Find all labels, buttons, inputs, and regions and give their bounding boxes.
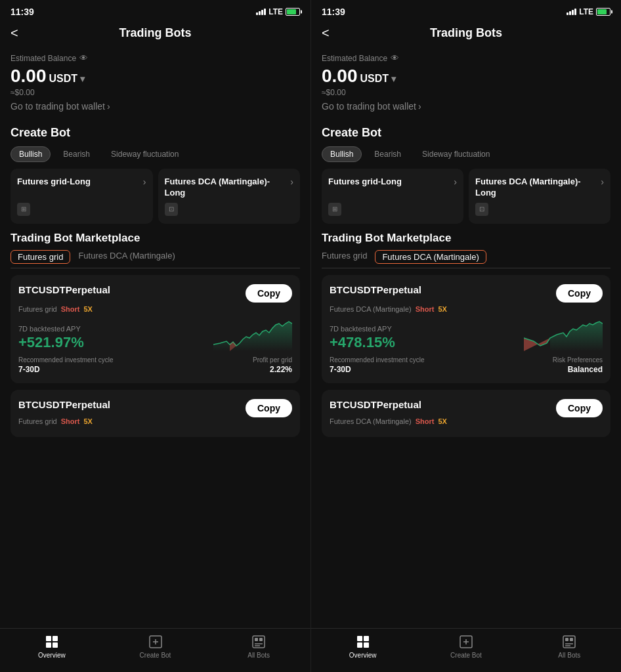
- nav-allbots-right[interactable]: All Bots: [518, 634, 621, 659]
- balance-usd-left: ≈$0.00: [11, 88, 300, 97]
- battery-left: [286, 8, 300, 16]
- svg-rect-17: [364, 636, 369, 641]
- create-bot-section-right: Create Bot Bullish Bearish Sideway fluct…: [322, 126, 610, 224]
- bottom-nav-left: Overview Create Bot: [0, 628, 310, 672]
- trading-card-2-left: BTCUSDTPerpetual Copy Futures grid Short…: [11, 390, 300, 437]
- status-bar-right: 11:39 LTE: [311, 0, 621, 21]
- page-title-left: Trading Bots: [119, 26, 191, 40]
- create-bot-title-right: Create Bot: [322, 126, 610, 140]
- trading-card-1-left: BTCUSDTPerpetual Copy Futures grid Short…: [11, 275, 300, 383]
- create-bot-icon-left: [148, 634, 163, 650]
- svg-rect-11: [259, 638, 263, 641]
- svg-rect-10: [255, 638, 258, 641]
- bot-card-dca-left[interactable]: Futures DCA (Martingale)-Long › ⊡: [158, 169, 301, 224]
- balance-label-left: Estimated Balance: [11, 54, 76, 63]
- filter-bullish-left[interactable]: Bullish: [11, 146, 51, 162]
- marketplace-section-left: Trading Bot Marketplace Futures grid Fut…: [11, 232, 300, 437]
- svg-rect-16: [357, 636, 362, 641]
- bot-card-grid-left[interactable]: Futures grid-Long › ⊞: [11, 169, 153, 224]
- filter-tabs-left: Bullish Bearish Sideway fluctuation: [11, 146, 300, 162]
- lte-right: LTE: [579, 7, 593, 16]
- filter-bearish-right[interactable]: Bearish: [366, 146, 410, 162]
- create-bot-section-left: Create Bot Bullish Bearish Sideway fluct…: [11, 126, 300, 224]
- bottom-nav-right: Overview Create Bot: [311, 628, 621, 672]
- tab-futures-grid-right[interactable]: Futures grid: [322, 250, 367, 264]
- nav-overview-label-right: Overview: [349, 652, 377, 659]
- all-bots-icon-right: [561, 634, 577, 650]
- marketplace-tabs-right: Futures grid Futures DCA (Martingale): [322, 250, 610, 268]
- svg-marker-15: [550, 322, 603, 351]
- svg-rect-19: [364, 642, 369, 648]
- status-icons-right: LTE: [567, 7, 610, 16]
- battery-right: [596, 8, 610, 16]
- balance-dropdown-left[interactable]: ▾: [80, 74, 85, 84]
- card2-title-left: BTCUSDTPerpetual: [18, 399, 110, 410]
- header-right: < Trading Bots: [311, 21, 621, 47]
- filter-sideway-right[interactable]: Sideway fluctuation: [414, 146, 498, 162]
- marketplace-title-right: Trading Bot Marketplace: [322, 232, 610, 245]
- grid-icon-right: [355, 634, 371, 650]
- time-right: 11:39: [322, 7, 345, 17]
- time-left: 11:39: [11, 7, 34, 17]
- balance-usd-right: ≈$0.00: [322, 88, 610, 97]
- apy-value-1-left: +521.97%: [18, 334, 213, 351]
- lte-left: LTE: [268, 7, 283, 16]
- balance-section-right: Estimated Balance 👁 0.00 USDT ▾ ≈$0.00 G…: [322, 47, 610, 117]
- marketplace-title-left: Trading Bot Marketplace: [11, 232, 300, 245]
- filter-bearish-left[interactable]: Bearish: [54, 146, 98, 162]
- tab-futures-dca-right[interactable]: Futures DCA (Martingale): [375, 250, 486, 264]
- right-phone-panel: 11:39 LTE < Trading Bots Estimated Balan…: [310, 0, 621, 672]
- apy-value-1-right: +478.15%: [330, 334, 524, 351]
- signal-right: [567, 9, 576, 15]
- filter-bullish-right[interactable]: Bullish: [322, 146, 362, 162]
- chart-1-left: [213, 318, 292, 351]
- content-left: Estimated Balance 👁 0.00 USDT ▾ ≈$0.00 G…: [0, 47, 310, 628]
- copy-btn-2-right[interactable]: Copy: [556, 399, 603, 417]
- status-bar-left: 11:39 LTE: [0, 0, 310, 21]
- bot-cards-right: Futures grid-Long › ⊞ Futures DCA (Marti…: [322, 169, 610, 224]
- back-button-left[interactable]: <: [11, 26, 18, 41]
- nav-overview-left[interactable]: Overview: [0, 634, 104, 659]
- nav-create-left[interactable]: Create Bot: [104, 634, 207, 659]
- card1-title-left: BTCUSDTPerpetual: [18, 284, 110, 295]
- all-bots-icon-left: [251, 634, 267, 650]
- bot-card-dca-right[interactable]: Futures DCA (Martingale)-Long › ⊡: [469, 169, 610, 224]
- svg-rect-25: [570, 638, 573, 641]
- tab-futures-dca-left[interactable]: Futures DCA (Martingale): [78, 250, 175, 264]
- signal-left: [256, 9, 266, 15]
- nav-allbots-left[interactable]: All Bots: [207, 634, 310, 659]
- nav-overview-right[interactable]: Overview: [311, 634, 414, 659]
- balance-label-right: Estimated Balance: [322, 54, 387, 63]
- svg-rect-24: [565, 638, 568, 641]
- wallet-link-left[interactable]: Go to trading bot wallet ›: [11, 101, 300, 112]
- balance-currency-right: USDT: [360, 73, 389, 85]
- wallet-link-right[interactable]: Go to trading bot wallet ›: [322, 101, 610, 112]
- svg-rect-3: [53, 636, 58, 641]
- copy-btn-2-left[interactable]: Copy: [246, 399, 292, 417]
- svg-rect-5: [53, 642, 58, 648]
- left-phone-panel: 11:39 LTE < Trading Bots Estimated Balan…: [0, 0, 310, 672]
- grid-icon-left: [44, 634, 60, 650]
- eye-icon-left[interactable]: 👁: [79, 53, 88, 63]
- back-button-right[interactable]: <: [322, 26, 330, 41]
- bot-card-icon-dca-right: ⊡: [475, 203, 488, 216]
- bot-card-grid-right[interactable]: Futures grid-Long › ⊞: [322, 169, 463, 224]
- balance-dropdown-right[interactable]: ▾: [391, 74, 396, 84]
- header-left: < Trading Bots: [0, 21, 310, 47]
- bot-card-icon-dca-left: ⊡: [165, 203, 178, 216]
- balance-currency-left: USDT: [49, 73, 78, 85]
- copy-btn-1-left[interactable]: Copy: [246, 284, 292, 303]
- copy-btn-1-right[interactable]: Copy: [556, 284, 603, 303]
- card1-tags-right: Futures DCA (Martingale) Short 5X: [330, 305, 603, 313]
- filter-sideway-left[interactable]: Sideway fluctuation: [102, 146, 187, 162]
- nav-create-right[interactable]: Create Bot: [414, 634, 517, 659]
- nav-create-label-right: Create Bot: [450, 652, 482, 659]
- bot-cards-left: Futures grid-Long › ⊞ Futures DCA (Marti…: [11, 169, 300, 224]
- page-title-right: Trading Bots: [430, 26, 502, 40]
- marketplace-tabs-left: Futures grid Futures DCA (Martingale): [11, 250, 300, 268]
- balance-section-left: Estimated Balance 👁 0.00 USDT ▾ ≈$0.00 G…: [11, 47, 300, 117]
- svg-marker-0: [213, 322, 292, 351]
- eye-icon-right[interactable]: 👁: [391, 53, 399, 63]
- svg-rect-2: [46, 636, 51, 641]
- tab-futures-grid-left[interactable]: Futures grid: [11, 250, 70, 264]
